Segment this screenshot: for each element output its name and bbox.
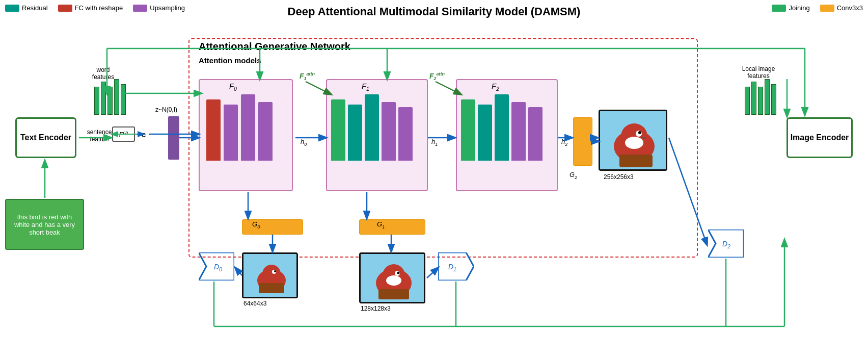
s1-bar-p2 (398, 107, 413, 161)
image-encoder-box: Image Encoder (786, 117, 853, 158)
s2-bar-p2 (528, 107, 542, 161)
g2-orange-box (573, 117, 592, 166)
d0-shape: D0 (199, 252, 234, 280)
stage2-label: F2 (492, 82, 499, 92)
bird-svg-small (243, 252, 296, 298)
wf-bar-3 (107, 87, 113, 115)
s0-bar-red (206, 99, 221, 161)
h0-label: h0 (301, 138, 307, 147)
g1-box (359, 219, 425, 235)
stage0-label: F0 (229, 82, 237, 92)
s1-bar-g1 (331, 99, 345, 161)
sentence-feature-label: sentence feature (87, 129, 112, 143)
bird-svg-medium (361, 252, 424, 303)
noise-bar (168, 116, 179, 160)
joining-label: Joining (789, 4, 809, 12)
text-input-box: this bird is red with white and has a ve… (5, 199, 84, 250)
d2-shape: D2 (708, 230, 744, 258)
wf-bar-2 (101, 82, 106, 115)
s2-bar-p1 (511, 102, 526, 161)
wf-bar-1 (94, 87, 99, 115)
img-256x256 (599, 110, 667, 171)
img-256-label: 256x256x3 (604, 173, 634, 181)
local-image-features-label: Local image features (738, 65, 779, 80)
s0-bar-p2 (241, 94, 255, 161)
g0-label: G0 (252, 220, 260, 230)
joining-color (772, 5, 786, 12)
conv-label: Conv3x3 (837, 4, 863, 12)
legend-conv: Conv3x3 (820, 4, 863, 12)
fc-label: FC with reshape (75, 4, 123, 12)
img-64x64 (242, 252, 298, 298)
agn-subtitle: Attention models (199, 56, 261, 65)
svg-point-2 (262, 265, 281, 283)
text-input-content: this bird is red with white and has a ve… (9, 213, 80, 236)
h1-label: h1 (431, 138, 438, 147)
svg-rect-10 (378, 289, 409, 299)
svg-point-9 (386, 275, 401, 286)
bird-svg-large (600, 110, 666, 171)
conv-color (820, 5, 834, 12)
g2-label: G2 (569, 171, 577, 180)
svg-point-12 (397, 272, 400, 274)
svg-text:D0: D0 (214, 263, 222, 272)
lif-bar-4 (765, 79, 770, 115)
lif-bars (745, 79, 776, 115)
legend-left: Residual FC with reshape Upsampling (5, 4, 185, 12)
f2-attn-label: F2attn (429, 71, 445, 81)
svg-line-50 (427, 268, 438, 278)
legend-right: Joining Conv3x3 (772, 4, 863, 12)
d1-shape: D1 (438, 252, 474, 280)
legend-joining: Joining (772, 4, 809, 12)
stage2-bars (461, 94, 542, 161)
c-label: c (142, 130, 146, 139)
legend-residual: Residual (5, 4, 48, 12)
s2-bar-t2 (495, 94, 509, 161)
stage1-label: F1 (362, 82, 369, 92)
svg-rect-17 (619, 155, 653, 167)
s2-bar-g1 (461, 99, 475, 161)
word-features-bars (94, 79, 126, 115)
s0-bar-p3 (258, 102, 273, 161)
g1-label: G1 (377, 220, 385, 230)
lif-bar-5 (771, 84, 776, 115)
lif-bar-2 (751, 82, 756, 115)
upsampling-label: Upsampling (150, 4, 185, 12)
img-128-label: 128x128x3 (361, 305, 391, 312)
stage1-bars (331, 94, 413, 161)
img-128x128 (359, 252, 425, 303)
svg-rect-3 (259, 283, 284, 293)
fca-box: Fca (112, 126, 135, 142)
wf-bar-5 (121, 84, 126, 115)
word-features-label: word features (87, 66, 120, 81)
s1-bar-t2 (365, 94, 379, 161)
lif-bar-3 (758, 87, 763, 115)
noise-label: z~N(0,I) (155, 106, 177, 113)
svg-text:D1: D1 (448, 263, 456, 272)
diagram-container: Residual FC with reshape Upsampling Deep… (0, 0, 868, 357)
img-64-label: 64x64x3 (243, 300, 266, 307)
residual-label: Residual (22, 4, 48, 12)
s1-bar-p1 (382, 102, 396, 161)
stage0-bars (206, 94, 273, 161)
fca-label: Fca (119, 130, 128, 138)
image-encoder-label: Image Encoder (791, 133, 849, 142)
legend-upsampling: Upsampling (133, 4, 185, 12)
wf-bar-4 (114, 79, 119, 115)
s2-bar-t1 (478, 105, 492, 161)
s1-bar-t1 (348, 105, 362, 161)
fc-color (58, 5, 72, 12)
s0-bar-p1 (224, 105, 238, 161)
upsampling-color (133, 5, 147, 12)
lif-bar-1 (745, 87, 750, 115)
svg-point-5 (274, 270, 276, 272)
f1-attn-label: F1attn (300, 71, 315, 81)
h2-label: h2 (561, 138, 567, 147)
svg-point-19 (638, 131, 641, 134)
svg-point-16 (625, 137, 643, 149)
svg-line-46 (235, 268, 242, 275)
agn-title: Attentional Generative Network (199, 41, 350, 53)
text-encoder-label: Text Encoder (20, 133, 71, 142)
main-title: Deep Attentional Multimodal Similarity M… (288, 5, 581, 18)
text-encoder-box: Text Encoder (15, 117, 76, 158)
